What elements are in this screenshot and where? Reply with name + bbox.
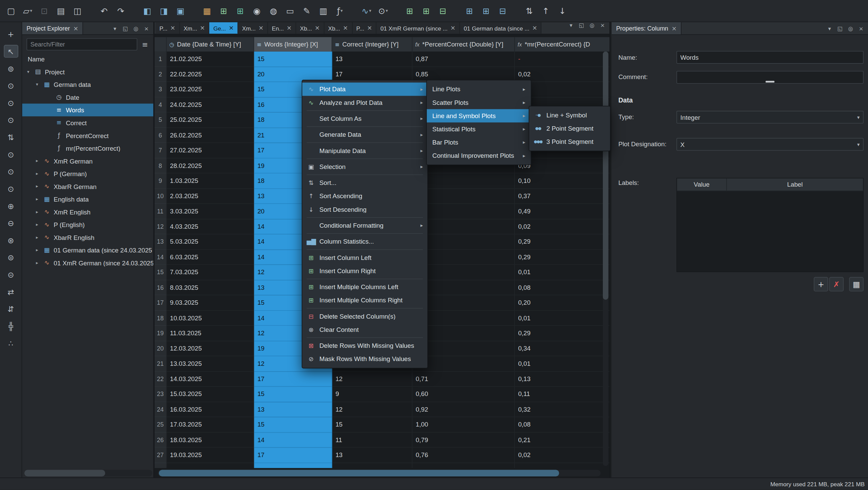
date-cell[interactable]: 10.03.2025 <box>166 310 254 326</box>
menu-item-insert-column-right[interactable]: ⊞ Insert Column Right <box>302 264 427 278</box>
menu-item-bar-plots[interactable]: Bar Plots ▸ <box>427 136 531 149</box>
chevron-down-icon[interactable]: ▾ <box>110 25 120 31</box>
menu-item-sort[interactable]: ⇅ Sort... <box>302 176 427 189</box>
row-number-cell[interactable]: 20 <box>155 341 167 356</box>
percent-cell[interactable]: 0,92 <box>412 402 515 417</box>
row-number-cell[interactable]: 14 <box>155 250 167 265</box>
row-number-cell[interactable]: 24 <box>155 402 167 417</box>
new-note-icon[interactable]: ▭ <box>282 3 298 19</box>
close-icon[interactable]: × <box>142 25 151 31</box>
date-cell[interactable]: 26.02.2025 <box>166 128 254 143</box>
menu-item-insert-multiple-columns-right[interactable]: ⊞ Insert Multiple Columns Right <box>302 294 427 307</box>
tab-ge[interactable]: Ge... × <box>210 22 238 34</box>
row-number-cell[interactable]: 19 <box>155 326 167 341</box>
mr-cell[interactable]: 0,20 <box>515 295 610 310</box>
row-number-cell[interactable]: 4 <box>155 97 167 113</box>
mr-cell[interactable]: 0,49 <box>515 204 610 219</box>
separator[interactable] <box>307 217 423 218</box>
zoom-x-icon[interactable]: ⊙ <box>4 96 18 109</box>
row-number-cell[interactable]: 27 <box>155 448 167 463</box>
pin-icon[interactable]: ◎ <box>587 22 597 34</box>
percent-cell[interactable]: 0,60 <box>412 387 515 402</box>
mr-cell[interactable]: 0,02 <box>515 448 610 463</box>
expander-icon[interactable]: ▸ <box>34 158 40 164</box>
tab-p-2[interactable]: P... × <box>352 22 376 34</box>
percent-cell[interactable]: 1,00 <box>412 417 515 432</box>
tree-item-project[interactable]: ▾ ▤ Project <box>22 65 153 78</box>
close-icon[interactable]: × <box>258 24 263 32</box>
words-cell[interactable]: 17 <box>254 448 332 463</box>
pin-icon[interactable]: ◎ <box>131 25 141 31</box>
name-field[interactable] <box>676 51 864 64</box>
separator[interactable] <box>307 158 423 159</box>
row-number-cell[interactable]: 18 <box>155 310 167 326</box>
row-number-cell[interactable]: 23 <box>155 387 167 402</box>
mr-cell[interactable] <box>515 463 610 468</box>
date-cell[interactable]: 23.02.2025 <box>166 82 254 97</box>
date-cell[interactable]: 1.03.2025 <box>166 173 254 189</box>
tab-xb-2[interactable]: Xb... × <box>324 22 352 34</box>
filter-settings-icon[interactable]: ≡ <box>139 40 151 48</box>
close-icon[interactable]: × <box>343 24 348 32</box>
date-cell[interactable]: 15.03.2025 <box>166 387 254 402</box>
close-icon[interactable]: × <box>856 25 866 31</box>
tree-item-percentcorrect[interactable]: ƒ PercentCorrect <box>22 129 153 142</box>
mr-cell[interactable]: 0,34 <box>515 341 610 356</box>
date-cell[interactable]: 9.03.2025 <box>166 295 254 310</box>
close-icon[interactable]: × <box>450 24 455 32</box>
new-file-icon[interactable]: ▢ <box>3 3 19 19</box>
redo-icon[interactable]: ↷ <box>113 3 129 19</box>
menu-item-conditional-formatting[interactable]: Conditional Formatting ▸ <box>302 219 427 232</box>
row-number-cell[interactable]: 7 <box>155 143 167 158</box>
words-cell[interactable]: 17 <box>254 372 332 387</box>
mr-cell[interactable]: 0,01 <box>515 356 610 372</box>
expander-icon[interactable]: ▸ <box>34 197 40 202</box>
menu-item-column-statistics[interactable]: ▅▇ Column Statistics... <box>302 235 427 248</box>
date-cell[interactable]: 5.03.2025 <box>166 234 254 250</box>
insert-row-above-icon[interactable]: ⊞ <box>462 3 477 19</box>
explorer-horizontal-scrollbar[interactable] <box>24 470 152 476</box>
row-number-cell[interactable]: 16 <box>155 280 167 295</box>
mr-cell[interactable]: 0,37 <box>515 189 610 204</box>
tree-item-mr-percentcorrect[interactable]: ƒ mr(PercentCorrect) <box>22 142 153 155</box>
zoom-fit-height-icon[interactable]: ⊜ <box>4 251 18 264</box>
row-number-cell[interactable]: 11 <box>155 204 167 219</box>
mr-cell[interactable]: 0,32 <box>515 402 610 417</box>
zoom-y-icon[interactable]: ⊙ <box>4 114 18 127</box>
expander-icon[interactable]: ▸ <box>34 222 40 227</box>
undo-icon[interactable]: ↶ <box>96 3 112 19</box>
insert-column-left-icon[interactable]: ⊞ <box>402 3 417 19</box>
column-header-mr-percentcorrect[interactable]: fx *mr(PercentCorrect) {D <box>515 37 610 51</box>
date-cell[interactable]: 7.03.2025 <box>166 265 254 280</box>
print-preview-icon[interactable]: ◫ <box>70 3 85 19</box>
row-number-cell[interactable]: 17 <box>155 295 167 310</box>
remove-columns-icon[interactable]: ⊟ <box>435 3 451 19</box>
sort-icon[interactable]: ⇅ <box>521 3 537 19</box>
tree-item-p-german[interactable]: ▸ ∿ P (German) <box>22 167 153 180</box>
words-cell[interactable]: 15 <box>254 387 332 402</box>
sort-ascending-icon[interactable]: ↑ <box>538 3 554 19</box>
separator[interactable] <box>307 174 423 175</box>
percent-cell[interactable]: 0,79 <box>412 432 515 448</box>
words-cell[interactable]: 15 <box>254 417 332 432</box>
expander-icon[interactable]: ▸ <box>34 248 40 253</box>
open-file-icon[interactable]: ▱ ▾ <box>20 3 36 19</box>
menu-item-clear-content[interactable]: ⊗ Clear Content <box>302 323 427 336</box>
pin-icon[interactable]: ◎ <box>846 25 855 31</box>
correct-cell[interactable]: 13 <box>332 448 413 463</box>
mr-cell[interactable]: 0,11 <box>515 387 610 402</box>
new-matrix-icon[interactable]: ⊞ <box>233 3 248 19</box>
menu-item-insert-column-left[interactable]: ⊞ Insert Column Left <box>302 251 427 264</box>
date-cell[interactable]: 17.03.2025 <box>166 417 254 432</box>
insert-column-right-icon[interactable]: ⊞ <box>418 3 434 19</box>
separator[interactable] <box>307 279 423 279</box>
mr-cell[interactable]: 0,10 <box>515 173 610 189</box>
remove-rows-icon[interactable]: ⊟ <box>495 3 511 19</box>
mr-cell[interactable]: 0,29 <box>515 250 610 265</box>
tab-01-xmr-german[interactable]: 01 XmR German (since ... × <box>377 22 460 34</box>
row-number-cell[interactable]: 12 <box>155 219 167 234</box>
correct-cell[interactable]: 12 <box>332 402 413 417</box>
new-script-icon[interactable]: ƒ ▾ <box>332 3 348 19</box>
row-number-cell[interactable]: 8 <box>155 158 167 173</box>
menu-item-statistical-plots[interactable]: Statistical Plots ▸ <box>427 122 531 136</box>
